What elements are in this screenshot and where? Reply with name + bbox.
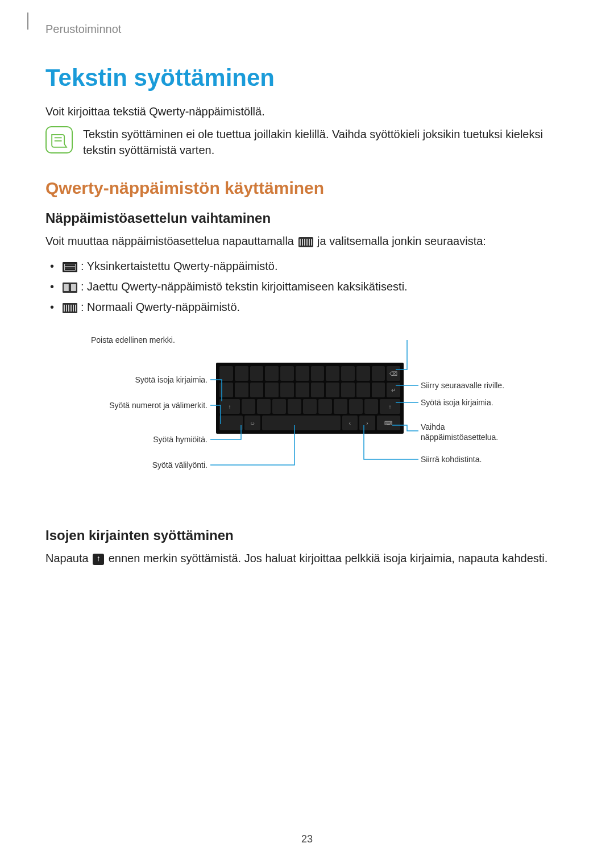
sub2-para: Napauta ennen merkin syöttämistä. Jos ha…	[45, 550, 569, 566]
layout-key: ⌨	[377, 416, 400, 430]
callout-layout: Vaihda näppäimistöasettelua.	[421, 422, 517, 442]
shift-right-key: ↑	[380, 399, 400, 414]
keyboard-diagram: ⌫ ↵ ↑ ↑ ☺ ‹ › ⌨	[91, 340, 523, 499]
backspace-key: ⌫	[387, 366, 400, 381]
callout-shift-right: Syötä isoja kirjaimia.	[421, 398, 493, 408]
sub1-para-post: ja valitsemalla jonkin seuraavista:	[314, 235, 486, 247]
keyboard-split-icon	[63, 283, 77, 293]
enter-key: ↵	[387, 383, 400, 397]
keyboard-split-icon	[63, 283, 77, 293]
sub1-para: Voit muuttaa näppäimistöasettelua napaut…	[45, 233, 569, 249]
sub2-para-pre: Napauta	[45, 552, 92, 564]
sym-key	[219, 416, 243, 430]
list-item: : Jaettu Qwerty-näppäimistö tekstin kirj…	[45, 276, 569, 297]
subsection-1-heading: Näppäimistöasettelun vaihtaminen	[45, 210, 569, 226]
page-title: Tekstin syöttäminen	[45, 64, 569, 92]
list-item-text: : Yksinkertaistettu Qwerty-näppäimistö.	[81, 260, 277, 272]
callout-sym: Syötä numerot ja välimerkit.	[91, 401, 208, 411]
callout-space: Syötä välilyönti.	[91, 460, 208, 471]
emoji-key: ☺	[244, 416, 260, 430]
header-divider	[27, 13, 28, 30]
callout-cursor: Siirrä kohdistinta.	[421, 455, 482, 465]
list-item: : Yksinkertaistettu Qwerty-näppäimistö.	[45, 256, 569, 276]
shift-left-key: ↑	[219, 399, 240, 414]
subsection-2-heading: Isojen kirjainten syöttäminen	[45, 528, 569, 543]
callout-backspace: Poista edellinen merkki.	[91, 335, 175, 346]
list-item: : Normaali Qwerty-näppäimistö.	[45, 297, 569, 317]
list-item-text: : Jaettu Qwerty-näppäimistö tekstin kirj…	[81, 280, 408, 293]
cursor-right-key: ›	[359, 416, 375, 430]
space-key	[262, 416, 341, 430]
note-icon	[45, 126, 73, 153]
keyboard-layout-icon	[298, 237, 313, 247]
list-item-text: : Normaali Qwerty-näppäimistö.	[81, 301, 240, 313]
keyboard-normal-icon	[63, 303, 77, 313]
sub2-para-post: ennen merkin syöttämistä. Jos haluat kir…	[105, 552, 547, 564]
shift-icon	[93, 554, 104, 565]
keyboard-compact-icon	[63, 262, 77, 272]
note-text: Tekstin syöttäminen ei ole tuettua joill…	[83, 126, 569, 158]
section-heading: Qwerty-näppäimistön käyttäminen	[45, 178, 569, 198]
callout-emoji: Syötä hymiöitä.	[91, 435, 208, 445]
page-number: 23	[0, 833, 614, 845]
keyboard-compact-icon	[63, 262, 77, 272]
keyboard-image: ⌫ ↵ ↑ ↑ ☺ ‹ › ⌨	[216, 363, 404, 434]
callout-shift-left: Syötä isoja kirjaimia.	[91, 375, 208, 385]
breadcrumb: Perustoiminnot	[45, 23, 569, 36]
callout-enter: Siirry seuraavalle riville.	[421, 381, 504, 391]
layout-options-list: : Yksinkertaistettu Qwerty-näppäimistö. …	[45, 256, 569, 317]
keyboard-normal-icon	[63, 303, 77, 313]
cursor-left-key: ‹	[342, 416, 358, 430]
sub1-para-pre: Voit muuttaa näppäimistöasettelua napaut…	[45, 235, 297, 247]
intro-text: Voit kirjoittaa tekstiä Qwerty-näppäimis…	[45, 105, 569, 118]
